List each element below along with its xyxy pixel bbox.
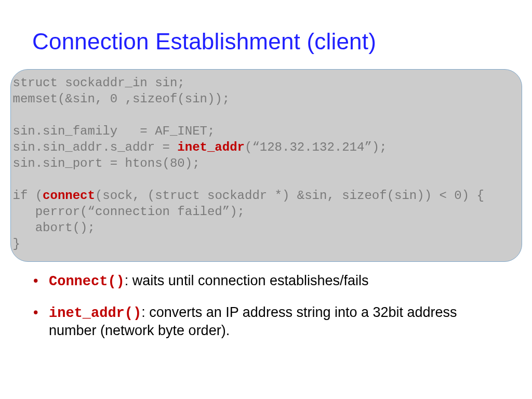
code-line: abort();: [13, 221, 95, 235]
code-line: sin.sin_port = htons(80);: [13, 156, 200, 170]
slide: Connection Establishment (client) struct…: [0, 0, 532, 399]
code-line: struct sockaddr_in sin;: [13, 76, 185, 90]
code-block: struct sockaddr_in sin; memset(&sin, 0 ,…: [10, 69, 522, 262]
code-line: (sock, (struct sockaddr *) &sin, sizeof(…: [95, 189, 484, 203]
code-line: sin.sin_addr.s_addr =: [13, 140, 178, 154]
bullet-item: inet_addr(): converts an IP address stri…: [33, 304, 502, 339]
bullet-list: Connect(): waits until connection establ…: [9, 272, 523, 339]
slide-title: Connection Establishment (client): [32, 29, 523, 55]
code-line: memset(&sin, 0 ,sizeof(sin));: [13, 92, 230, 106]
code-line: perror(“connection failed”);: [13, 205, 245, 219]
code-line: if (: [13, 189, 43, 203]
code-line: }: [13, 237, 20, 251]
code-line: (“128.32.132.214”);: [245, 140, 387, 154]
bullet-text: : waits until connection establishes/fai…: [125, 273, 369, 288]
bullet-function-name: inet_addr(): [49, 305, 141, 321]
bullet-item: Connect(): waits until connection establ…: [33, 272, 502, 290]
bullet-function-name: Connect(): [49, 274, 125, 289]
code-line: sin.sin_family = AF_INET;: [13, 124, 215, 138]
code-highlight-inet-addr: inet_addr: [177, 140, 245, 154]
code-highlight-connect: connect: [43, 189, 95, 203]
